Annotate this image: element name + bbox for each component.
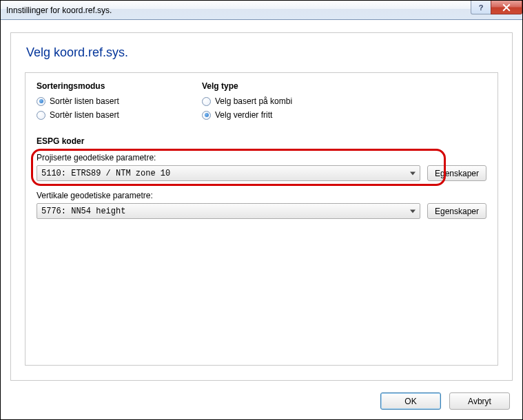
button-label: OK [404, 397, 416, 406]
radio-label: Sortèr listen basert [50, 110, 119, 120]
close-button[interactable] [491, 1, 522, 14]
type-mode-option-1[interactable]: Velg basert på kombi [202, 96, 326, 106]
main-panel: Velg koord.ref.sys. Sorteringsmodus Sort… [10, 32, 513, 381]
radio-icon [202, 97, 211, 106]
page-title: Velg koord.ref.sys. [26, 45, 498, 60]
help-button[interactable]: ? [471, 1, 491, 14]
footer-buttons: OK Avbryt [380, 392, 510, 410]
option-columns: Sorteringsmodus Sortèr listen basert Sor… [37, 81, 486, 124]
projected-field-block: Projiserte geodetiske parametre: 5110: E… [37, 153, 486, 181]
projected-select-value: 5110: ETRS89 / NTM zone 10 [41, 169, 170, 178]
radio-label: Velg basert på kombi [215, 96, 292, 106]
vertical-select[interactable]: 5776: NN54 height [37, 203, 420, 219]
sort-mode-option-1[interactable]: Sortèr listen basert [37, 96, 161, 106]
espg-koder-title: ESPG koder [37, 136, 486, 146]
radio-icon [37, 97, 45, 106]
sort-mode-group: Sorteringsmodus Sortèr listen basert Sor… [37, 81, 161, 124]
projected-select[interactable]: 5110: ETRS89 / NTM zone 10 [37, 165, 420, 181]
radio-label: Velg verdier fritt [215, 110, 272, 120]
radio-label: Sortèr listen basert [50, 96, 119, 106]
vertical-label: Vertikale geodetiske parametre: [37, 191, 486, 200]
inner-box: Sorteringsmodus Sortèr listen basert Sor… [25, 72, 498, 366]
radio-icon [37, 111, 45, 120]
type-mode-title: Velg type [202, 81, 326, 91]
type-mode-group: Velg type Velg basert på kombi Velg verd… [202, 81, 326, 124]
button-label: Egenskaper [435, 207, 479, 216]
ok-button[interactable]: OK [380, 392, 441, 410]
vertical-properties-button[interactable]: Egenskaper [427, 203, 486, 219]
chevron-down-icon [410, 171, 416, 175]
button-label: Egenskaper [435, 169, 479, 178]
window-buttons: ? [471, 1, 522, 14]
vertical-row: 5776: NN54 height Egenskaper [37, 203, 486, 219]
vertical-select-value: 5776: NN54 height [41, 207, 125, 216]
sort-mode-option-2[interactable]: Sortèr listen basert [37, 110, 161, 120]
projected-row: 5110: ETRS89 / NTM zone 10 Egenskaper [37, 165, 486, 181]
sort-mode-title: Sorteringsmodus [37, 81, 161, 91]
titlebar: Innstillinger for koord.ref.sys. ? [1, 1, 522, 20]
projected-label: Projiserte geodetiske parametre: [37, 153, 486, 162]
chevron-down-icon [410, 209, 416, 213]
window-title: Innstillinger for koord.ref.sys. [6, 6, 112, 15]
button-label: Avbryt [468, 397, 491, 406]
type-mode-option-2[interactable]: Velg verdier fritt [202, 110, 326, 120]
vertical-field-block: Vertikale geodetiske parametre: 5776: NN… [37, 191, 486, 219]
projected-properties-button[interactable]: Egenskaper [427, 165, 486, 181]
radio-icon [202, 111, 211, 120]
client-area: Velg koord.ref.sys. Sorteringsmodus Sort… [1, 20, 522, 419]
cancel-button[interactable]: Avbryt [449, 392, 510, 410]
close-icon [502, 3, 511, 12]
